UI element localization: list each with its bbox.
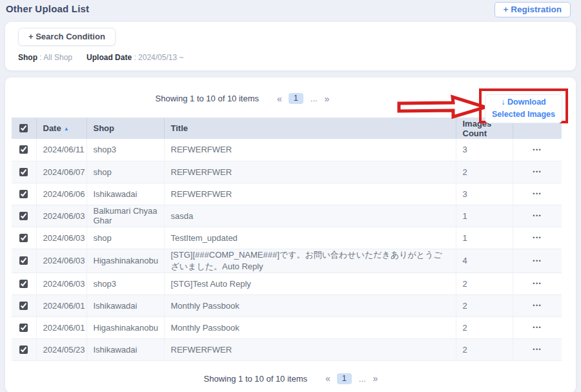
row-shop: Higashinakanobu	[87, 316, 164, 338]
pagination-summary-bottom: Showing 1 to 10 of 10 items	[204, 374, 307, 384]
search-condition-panel: + Search Condition Shop : All Shop Uploa…	[5, 22, 576, 70]
row-date: 2024/06/03	[36, 205, 87, 227]
row-title: [STG]Test Auto Reply	[164, 273, 456, 294]
row-actions-cell: •••	[513, 139, 562, 161]
row-date: 2024/06/01	[36, 316, 87, 338]
row-images-count: 2	[456, 273, 513, 294]
row-actions-button[interactable]: •••	[533, 234, 542, 241]
row-actions-button[interactable]: •••	[533, 324, 542, 331]
row-checkbox[interactable]	[19, 190, 28, 198]
page-title: Other Upload List	[6, 2, 89, 14]
row-checkbox-cell	[12, 273, 36, 294]
row-images-count: 2	[456, 161, 513, 183]
row-title: Monthly Passbook	[164, 316, 456, 338]
row-checkbox-cell	[12, 227, 36, 249]
table-row: 2024/06/03 shop3 [STG]Test Auto Reply 2 …	[12, 273, 562, 294]
pagination-page-1[interactable]: 1	[289, 93, 303, 104]
row-actions-button[interactable]: •••	[533, 191, 542, 197]
row-checkbox[interactable]	[19, 324, 28, 332]
row-checkbox-cell	[12, 161, 36, 183]
select-all-header-cell	[12, 118, 36, 139]
row-images-count: 4	[456, 249, 513, 273]
pagination-page-1-bottom[interactable]: 1	[337, 373, 352, 384]
download-label-line1: Download	[507, 98, 546, 107]
row-shop: Ishikawadai	[87, 183, 164, 205]
red-annotation-rectangle: ↓ Download Selected Images	[479, 88, 568, 123]
row-actions-button[interactable]: •••	[533, 280, 542, 287]
row-date: 2024/06/03	[36, 273, 87, 294]
red-annotation-arrow	[396, 94, 489, 120]
row-actions-button[interactable]: •••	[533, 258, 542, 264]
row-checkbox[interactable]	[19, 212, 28, 220]
row-actions-cell: •••	[513, 294, 562, 316]
download-selected-images-button[interactable]: ↓ Download Selected Images	[485, 94, 562, 123]
top-bar: Other Upload List + Registration	[0, 0, 581, 17]
row-shop: Balkumari Chyaa Ghar	[87, 205, 164, 227]
row-actions-button[interactable]: •••	[533, 346, 542, 353]
row-images-count: 2	[456, 316, 513, 338]
pagination-bar-top: Showing 1 to 10 of 10 items « 1 ... » ↓ …	[12, 84, 569, 118]
sort-ascending-icon: ▲	[64, 126, 69, 132]
row-date: 2024/05/23	[36, 338, 87, 360]
search-condition-toggle-button[interactable]: + Search Condition	[18, 28, 116, 46]
row-shop: shop3	[87, 273, 164, 294]
table-row: 2024/06/03 Higashinakanobu [STG][###COMP…	[12, 249, 562, 273]
row-actions-button[interactable]: •••	[533, 302, 542, 309]
pagination-ellipsis-bottom[interactable]: ...	[359, 374, 366, 384]
row-shop: shop	[87, 227, 164, 249]
pagination-next-button-bottom[interactable]: »	[373, 373, 378, 384]
row-checkbox[interactable]	[19, 145, 28, 154]
pagination-next-button[interactable]: »	[325, 94, 329, 104]
row-images-count: 1	[456, 205, 513, 227]
pagination-bar-bottom: Showing 1 to 10 of 10 items « 1 ... »	[12, 361, 569, 384]
row-date: 2024/06/06	[36, 183, 87, 205]
row-actions-cell: •••	[513, 273, 562, 294]
row-date: 2024/06/03	[36, 249, 87, 273]
row-checkbox[interactable]	[19, 234, 28, 242]
header-title[interactable]: Title	[164, 118, 456, 139]
table-row: 2024/06/01 Higashinakanobu Monthly Passb…	[12, 316, 562, 338]
shop-label: Shop	[18, 53, 37, 62]
select-all-checkbox[interactable]	[19, 124, 28, 132]
row-images-count: 1	[456, 227, 513, 249]
table-row: 2024/06/07 shop REFWERFWER 2 •••	[12, 161, 562, 183]
pagination-prev-button-bottom[interactable]: «	[325, 373, 330, 384]
table-row: 2024/06/01 Ishikawadai Monthly Passbook …	[12, 294, 562, 316]
upload-date-criteria: Upload Date : 2024/05/13 ~	[87, 53, 183, 62]
row-date: 2024/06/03	[36, 227, 87, 249]
row-checkbox[interactable]	[19, 302, 28, 310]
row-title: REFWERFWER	[164, 338, 456, 360]
row-actions-cell: •••	[513, 183, 562, 205]
pager: « 1 ... »	[277, 93, 329, 104]
download-icon: ↓	[501, 98, 505, 107]
row-shop: Ishikawadai	[87, 338, 164, 360]
row-actions-cell: •••	[513, 161, 562, 183]
header-date[interactable]: Date▲	[36, 118, 87, 139]
row-checkbox[interactable]	[19, 168, 28, 176]
upload-date-value: : 2024/05/13 ~	[134, 53, 183, 62]
registration-button[interactable]: + Registration	[494, 2, 571, 17]
row-checkbox-cell	[12, 183, 36, 205]
row-checkbox-cell	[12, 249, 36, 273]
row-checkbox-cell	[12, 294, 36, 316]
upload-list-panel: Showing 1 to 10 of 10 items « 1 ... » ↓ …	[5, 77, 576, 392]
row-checkbox[interactable]	[19, 346, 28, 354]
pagination-prev-button[interactable]: «	[277, 94, 281, 104]
pagination-ellipsis[interactable]: ...	[311, 94, 318, 103]
row-actions-button[interactable]: •••	[533, 147, 542, 153]
table-row: 2024/06/03 shop TestItem_updated 1 •••	[12, 227, 562, 249]
row-actions-button[interactable]: •••	[533, 212, 542, 219]
upload-table: Date▲ Shop Title Images Count 2024/06/11…	[12, 118, 562, 361]
table-row: 2024/05/23 Ishikawadai REFWERFWER 2 •••	[12, 338, 562, 360]
row-actions-cell: •••	[513, 338, 562, 360]
row-images-count: 2	[456, 294, 513, 316]
row-images-count: 2	[456, 338, 513, 360]
header-shop[interactable]: Shop	[87, 118, 164, 139]
shop-value: : All Shop	[39, 53, 72, 62]
row-actions-button[interactable]: •••	[533, 169, 542, 175]
row-checkbox[interactable]	[19, 280, 28, 288]
row-title: sasda	[164, 205, 456, 227]
row-images-count: 3	[456, 183, 513, 205]
pagination-summary: Showing 1 to 10 of 10 items	[156, 94, 259, 103]
row-checkbox[interactable]	[19, 256, 28, 265]
